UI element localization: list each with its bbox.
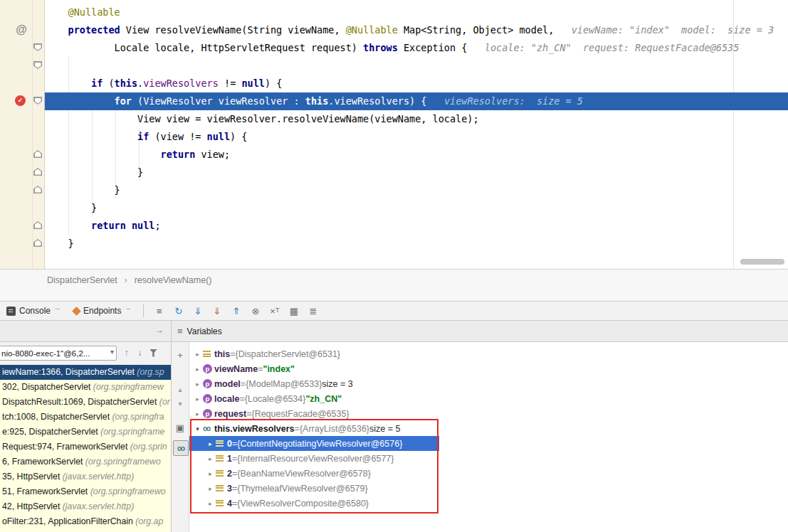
chevron-down-icon[interactable]: ▾ xyxy=(192,425,203,432)
code-line[interactable]: } xyxy=(45,164,788,181)
code-line[interactable]: } xyxy=(45,235,788,252)
fold-end-icon[interactable] xyxy=(33,221,42,229)
frame-row[interactable]: DispatchResult:1069, DispatcherServlet (… xyxy=(0,395,171,410)
breadcrumb-method[interactable]: resolveViewName() xyxy=(135,275,212,285)
tab-console[interactable]: Console → xyxy=(0,302,67,320)
chevron-right-icon[interactable]: ▸ xyxy=(205,485,216,492)
pin-icon[interactable]: → xyxy=(155,325,164,335)
next-frame-icon[interactable]: ↓ xyxy=(133,346,147,360)
chevron-right-icon[interactable]: ▸ xyxy=(192,381,203,388)
fold-end-icon[interactable] xyxy=(33,168,42,176)
code-line[interactable]: Locale locale, HttpServletRequest reques… xyxy=(45,39,788,57)
breadcrumb: DispatcherServlet › resolveViewName() xyxy=(0,269,788,301)
filter-icon[interactable] xyxy=(147,346,160,360)
previous-frame-icon[interactable]: ↑ xyxy=(120,346,133,360)
variable-row[interactable]: ▸2 = {BeanNameViewResolver@6578} xyxy=(189,466,788,481)
variable-row[interactable]: ▸3 = {ThymeleafViewResolver@6579} xyxy=(189,481,788,496)
value-icon xyxy=(216,470,224,477)
force-step-into-icon[interactable]: ⇓ xyxy=(207,302,226,319)
value-icon xyxy=(216,455,224,462)
frame-row[interactable]: 6, FrameworkServlet (org.springframewo xyxy=(0,454,171,469)
jump-arrow-icon: → xyxy=(125,304,131,312)
code-line[interactable]: View view = viewResolver.resolveViewName… xyxy=(45,110,788,128)
mute-breakpoints-icon[interactable]: ⊗ xyxy=(246,302,265,319)
variable-value: {DispatcherServlet@6531} xyxy=(236,349,341,359)
frames-nav: ↑↓ xyxy=(120,346,160,360)
code-line[interactable] xyxy=(45,57,788,75)
debug-toolbar: Console → Endpoints → ≡↻⇓⇓⇑⊗×ᵀ▦≣ xyxy=(0,301,788,321)
fold-end-icon[interactable] xyxy=(33,186,42,193)
chevron-right-icon[interactable]: ▸ xyxy=(205,470,216,477)
breadcrumb-class[interactable]: DispatcherServlet xyxy=(47,275,117,285)
frame-row[interactable]: tch:1008, DispatcherServlet (org.springf… xyxy=(0,410,171,425)
scroll-down-icon[interactable]: ▾ xyxy=(172,396,189,410)
variable-row[interactable]: ▸0 = {ContentNegotiatingViewResolver@657… xyxy=(189,436,788,451)
thread-dropdown[interactable]: nio-8080-exec-1"@6,2... ▾ xyxy=(0,346,117,361)
frame-row[interactable]: 35, HttpServlet (javax.servlet.http) xyxy=(0,469,171,484)
chevron-right-icon[interactable]: ▸ xyxy=(205,455,216,462)
code-line[interactable]: return view; xyxy=(45,146,788,164)
layout-settings-icon[interactable]: ≣ xyxy=(303,302,322,319)
show-watches-icon[interactable]: oo xyxy=(173,440,189,456)
step-into-icon[interactable]: ⇓ xyxy=(188,302,207,319)
code-line[interactable]: if (this.viewResolvers != null) { xyxy=(45,75,788,92)
fold-start-icon[interactable] xyxy=(33,43,42,51)
code-line[interactable]: protected View resolveViewName(String vi… xyxy=(45,21,788,39)
scroll-up-icon[interactable]: ▴ xyxy=(172,382,189,396)
chevron-right-icon[interactable]: ▸ xyxy=(192,395,203,403)
code-line[interactable]: return null; xyxy=(45,217,788,235)
tab-endpoints[interactable]: Endpoints → xyxy=(67,302,137,320)
variable-row[interactable]: ▸4 = {ViewResolverComposite@6580} xyxy=(189,496,788,511)
frame-row[interactable]: iewName:1366, DispatcherServlet (org.sp xyxy=(0,365,171,380)
variable-row[interactable]: ▸prequest = {RequestFacade@6535} xyxy=(189,406,788,421)
frame-row[interactable]: 302, DispatcherServlet (org.springframew xyxy=(0,380,171,395)
execution-line[interactable]: for (ViewResolver viewResolver : this.vi… xyxy=(45,92,788,110)
frame-row[interactable]: 42, HttpServlet (javax.servlet.http) xyxy=(0,499,171,514)
code-line[interactable]: @Nullable xyxy=(45,4,788,21)
step-out-icon[interactable]: ⇑ xyxy=(226,302,246,319)
variable-row[interactable]: ▸this = {DispatcherServlet@6531} xyxy=(189,346,788,361)
debug-toolbar-icons: ≡↻⇓⇓⇑⊗×ᵀ▦≣ xyxy=(149,302,322,319)
table-view-icon[interactable]: ▦ xyxy=(284,302,303,319)
frame-row[interactable]: e:925, DispatcherServlet (org.springfram… xyxy=(0,425,171,440)
evaluate-expression-icon[interactable]: ×ᵀ xyxy=(265,302,284,319)
chevron-right-icon[interactable]: ▸ xyxy=(205,440,216,447)
variable-row[interactable]: ▸pviewName = "index" xyxy=(189,361,788,376)
fold-end-icon[interactable] xyxy=(33,239,42,247)
variable-value: {BeanNameViewResolver@6578} xyxy=(237,469,371,479)
thread-dropdown-value: nio-8080-exec-1"@6,2... xyxy=(1,349,90,358)
frame-row[interactable]: 51, FrameworkServlet (org.springframewo xyxy=(0,484,171,499)
chevron-right-icon[interactable]: ▸ xyxy=(205,500,216,507)
fold-start-icon[interactable] xyxy=(33,97,42,105)
equals-sign: = xyxy=(258,364,263,374)
frame-row[interactable]: oFilter:231, ApplicationFilterChain (org… xyxy=(0,514,171,529)
add-watch-icon[interactable]: + xyxy=(172,348,189,362)
annotation-gutter-icon[interactable]: @ xyxy=(14,22,28,38)
fold-start-icon[interactable] xyxy=(33,61,42,69)
variable-string-value: "index" xyxy=(263,364,295,374)
toolbar-separator xyxy=(143,304,144,317)
chevron-right-icon[interactable]: ▸ xyxy=(192,366,203,373)
frames-toolbar: nio-8080-exec-1"@6,2... ▾ ↑↓ xyxy=(0,342,171,365)
code-line[interactable]: if (view != null) { xyxy=(45,128,788,146)
variable-row[interactable]: ▾oothis.viewResolvers = {ArrayList@6536}… xyxy=(189,421,788,436)
variable-value: {RequestFacade@6535} xyxy=(251,409,349,419)
code-line[interactable]: } xyxy=(45,199,788,217)
panel-divider[interactable] xyxy=(171,321,172,532)
refresh-icon[interactable]: ↻ xyxy=(169,302,188,319)
frame-row[interactable]: Request:974, FrameworkServlet (org.sprin xyxy=(0,440,171,454)
fold-end-icon[interactable] xyxy=(33,150,42,158)
chevron-right-icon[interactable]: ▸ xyxy=(192,351,203,358)
code-line[interactable]: } xyxy=(45,181,788,199)
chevron-right-icon[interactable]: ▸ xyxy=(192,410,203,417)
variable-row[interactable]: ▸plocale = {Locale@6534} "zh_CN" xyxy=(189,391,788,406)
breakpoint-icon[interactable]: ✓ xyxy=(15,95,26,106)
copy-icon[interactable]: ▣ xyxy=(172,420,189,435)
variable-row[interactable]: ▸1 = {InternalResourceViewResolver@6577} xyxy=(189,451,788,466)
ide-window: @ ✓ @Nullable protected View resolveView… xyxy=(0,0,788,532)
hamburger-menu-icon[interactable]: ≡ xyxy=(149,302,169,319)
variable-row[interactable]: ▸pmodel = {ModelMap@6533} size = 3 xyxy=(189,376,788,391)
hamburger-icon[interactable]: ≡ xyxy=(177,326,183,336)
variable-name: 3 xyxy=(227,484,232,494)
variable-value: {ModelMap@6533} xyxy=(246,379,322,389)
